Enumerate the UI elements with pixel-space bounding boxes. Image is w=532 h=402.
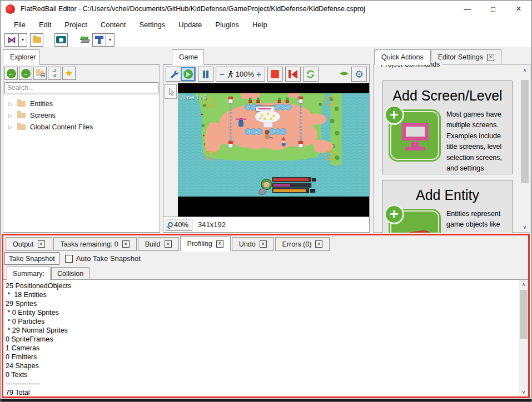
profile-line: --------------- — [6, 379, 528, 388]
tab-close-icon[interactable]: × — [315, 240, 322, 248]
folder-icon — [17, 113, 26, 118]
right-panel-scrollbar[interactable]: ∧ ∨ — [520, 66, 529, 232]
tab-collision[interactable]: Collision — [51, 267, 90, 280]
menu-edit[interactable]: Edit — [32, 18, 58, 31]
tab-quick-actions[interactable]: Quick Actions — [374, 49, 431, 65]
tab-undo[interactable]: Undo × — [232, 237, 274, 251]
window-title: FlatRedBall Editor - C:/Users/vchel/Docu… — [21, 5, 455, 13]
tab-build[interactable]: Build × — [138, 237, 179, 251]
quick-actions-panel: Quick Actions Editor Settings × Project … — [372, 49, 530, 233]
scroll-down-icon[interactable]: ∨ — [520, 223, 529, 232]
text-tool-button[interactable] — [92, 33, 106, 47]
scrollbar-thumb[interactable] — [521, 80, 529, 183]
tab-profiling[interactable]: Profiling × — [180, 236, 231, 252]
profiling-sub-tabs: Summary: Collision — [3, 266, 528, 280]
expander-icon[interactable]: ▷ — [8, 124, 13, 130]
maximize-button[interactable]: □ — [480, 1, 506, 17]
game-scene — [178, 93, 369, 197]
tab-errors[interactable]: Errors (0) × — [275, 237, 330, 251]
tab-summary[interactable]: Summary: — [7, 267, 51, 280]
output-dock-panel: Output × Tasks remaining: 0 × Build × Pr… — [2, 234, 530, 398]
close-button[interactable]: × — [506, 1, 531, 17]
profile-line: 0 Emitters — [6, 353, 528, 361]
game-viewport[interactable]: Wave 1 / 6 — [178, 83, 369, 217]
auto-take-snapshot-checkbox[interactable] — [65, 255, 73, 263]
add-screen-level-card[interactable]: Add Screen/Level + Most games have multi… — [382, 81, 513, 174]
navigate-forward-button[interactable]: → — [19, 67, 32, 80]
rewind-icon — [289, 70, 297, 79]
folder-icon — [17, 101, 26, 107]
scroll-up-icon[interactable]: ∧ — [519, 280, 528, 289]
tab-close-icon[interactable]: × — [165, 240, 172, 248]
tree-item-global-content-files[interactable]: ▷ Global Content Files — [3, 121, 160, 133]
scroll-down-icon[interactable]: ∨ — [519, 388, 528, 396]
menu-project[interactable]: Project — [58, 18, 93, 31]
tab-close-icon[interactable]: × — [122, 240, 130, 248]
add-entity-card[interactable]: Add Entity + Entities represent game obj… — [382, 180, 513, 233]
tab-output[interactable]: Output × — [6, 237, 52, 251]
game-status-bar: 40% 341x192 — [163, 217, 369, 232]
tree-item-entities[interactable]: ▷ Entities — [3, 98, 160, 109]
profile-line: 0 Texts — [6, 370, 528, 379]
menu-settings[interactable]: Settings — [132, 18, 172, 31]
menu-bar: File Edit Project Content Settings Updat… — [1, 17, 531, 32]
expander-icon[interactable]: ▷ — [8, 101, 13, 107]
pause-button[interactable] — [198, 67, 213, 81]
select-tool-button[interactable] — [165, 84, 177, 99]
tab-close-icon[interactable]: × — [38, 240, 45, 248]
card-description: Most games have multiple screens. Exampl… — [446, 109, 509, 174]
take-snapshot-button[interactable]: Take Snapshot — [4, 252, 59, 265]
speed-increase-button[interactable]: + — [256, 70, 261, 78]
navigate-back-button[interactable]: ← — [4, 67, 18, 80]
zoom-percent-label: 40% — [174, 220, 188, 229]
open-in-visual-studio-button[interactable]: ⋈ — [4, 33, 19, 47]
auto-take-snapshot-label: Auto Take Snapshot — [76, 254, 141, 263]
expander-icon[interactable]: ▷ — [8, 113, 13, 118]
edit-mode-button[interactable] — [166, 67, 181, 81]
flatredball-editor-window: { "window": { "title": "FlatRedBall Edit… — [0, 0, 532, 402]
menu-content[interactable]: Content — [94, 18, 133, 31]
play-mode-button[interactable] — [181, 67, 195, 81]
screenshot-button[interactable] — [54, 33, 68, 47]
menu-update[interactable]: Update — [172, 18, 208, 31]
tab-close-icon[interactable]: × — [487, 54, 494, 61]
text-tool-dropdown-button[interactable]: ▼ — [106, 33, 115, 47]
minimize-button[interactable]: — — [455, 1, 480, 17]
card-title: Add Entity — [383, 187, 512, 203]
open-folder-button[interactable] — [30, 33, 43, 47]
tab-close-icon[interactable]: × — [216, 240, 223, 248]
game-settings-button[interactable]: ⚙ — [352, 67, 366, 81]
tab-tasks-remaining[interactable]: Tasks remaining: 0 × — [53, 237, 137, 251]
menu-file[interactable]: File — [7, 18, 32, 31]
tab-explorer[interactable]: Explorer — [3, 49, 39, 65]
visual-studio-dropdown-button[interactable]: ▼ — [19, 33, 27, 47]
title-bar: FlatRedBall Editor - C:/Users/vchel/Docu… — [1, 1, 531, 17]
project-tree: ▷ Entities ▷ Screens ▷ Global Content Fi… — [3, 94, 160, 232]
plus-icon: + — [384, 105, 404, 125]
clear-button[interactable] — [78, 33, 92, 47]
add-entity-icon: + — [389, 209, 441, 233]
refresh-button[interactable] — [304, 67, 318, 81]
magnifier-icon — [168, 222, 173, 227]
bookmarks-button[interactable]: ★ — [62, 67, 76, 80]
tab-close-icon[interactable]: × — [260, 240, 267, 248]
sort-button[interactable]: -2-2 — [48, 67, 61, 80]
menu-plugins[interactable]: Plugins — [208, 18, 246, 31]
profile-line: * 0 Particles — [6, 317, 528, 326]
tab-game[interactable]: Game — [172, 49, 204, 65]
visual-studio-icon: ⋈ — [8, 36, 16, 44]
speed-decrease-button[interactable]: − — [220, 70, 225, 78]
scrollbar-thumb[interactable] — [520, 290, 528, 339]
restart-button[interactable] — [286, 67, 300, 81]
scroll-up-icon[interactable]: ∧ — [520, 66, 529, 74]
menu-help[interactable]: Help — [246, 18, 274, 31]
search-input[interactable] — [4, 82, 158, 93]
collapse-all-button[interactable]: ⊖ — [33, 67, 47, 80]
tree-item-screens[interactable]: ▷ Screens — [3, 109, 160, 121]
stop-button[interactable] — [268, 67, 282, 81]
viewport-zoom-button[interactable]: 40% — [166, 219, 192, 231]
t-shape-icon — [95, 36, 103, 44]
profiling-scrollbar[interactable]: ∧ ∨ — [519, 280, 528, 396]
card-description: Entities represent game objects like — [446, 209, 509, 233]
flatredball-logo-icon — [6, 4, 15, 14]
